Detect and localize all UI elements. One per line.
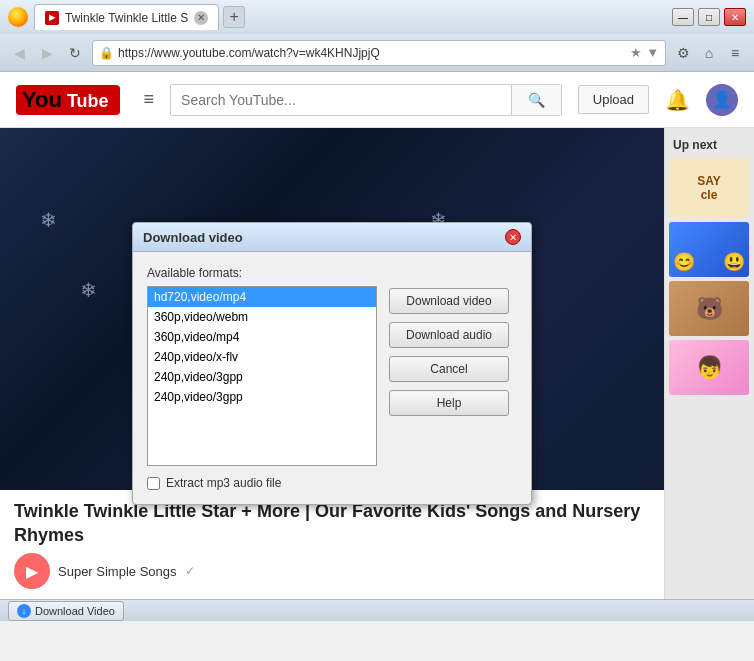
- download-icon: ↓: [17, 604, 31, 618]
- sidebar-thumb-0[interactable]: SAYcle: [669, 158, 749, 218]
- format-item-0[interactable]: hd720,video/mp4: [148, 287, 376, 307]
- address-bar-input[interactable]: 🔒 https://www.youtube.com/watch?v=wk4KHN…: [92, 40, 666, 66]
- new-tab-button[interactable]: +: [223, 6, 245, 28]
- youtube-search-input[interactable]: [171, 85, 511, 115]
- browser-icon: [8, 7, 28, 27]
- bottom-bar: ↓ Download Video: [0, 599, 754, 621]
- sidebar-thumb-3[interactable]: 👦: [669, 340, 749, 395]
- dialog-body: Available formats: hd720,video/mp4 360p,…: [133, 252, 531, 504]
- format-item-3[interactable]: 240p,video/x-flv: [148, 347, 376, 367]
- download-video-button[interactable]: Download video: [389, 288, 509, 314]
- extract-mp3-label: Extract mp3 audio file: [166, 476, 281, 490]
- toolbar-right: ⚙ ⌂ ≡: [672, 42, 746, 64]
- video-area: ❄ ❄ ❄ ❄ ❄ ❄ ❄ SuperSimpleLearning Downlo…: [0, 128, 664, 599]
- youtube-search-button[interactable]: 🔍: [511, 85, 561, 115]
- youtube-upload-button[interactable]: Upload: [578, 85, 649, 114]
- main-content: ❄ ❄ ❄ ❄ ❄ ❄ ❄ SuperSimpleLearning Downlo…: [0, 128, 754, 599]
- dialog-title-text: Download video: [143, 230, 243, 245]
- formats-label: Available formats:: [147, 266, 517, 280]
- tab-favicon: ▶: [45, 11, 59, 25]
- formats-list[interactable]: hd720,video/mp4 360p,video/webm 360p,vid…: [147, 286, 377, 466]
- ssl-lock-icon: 🔒: [99, 46, 114, 60]
- forward-button[interactable]: ▶: [36, 42, 58, 64]
- maximize-button[interactable]: □: [698, 8, 720, 26]
- refresh-button[interactable]: ↻: [64, 42, 86, 64]
- address-bar-icons: ★ ▼: [630, 45, 659, 60]
- browser-tab[interactable]: ▶ Twinkle Twinkle Little S ✕: [34, 4, 219, 30]
- tab-bar: ▶ Twinkle Twinkle Little S ✕ +: [34, 4, 666, 30]
- help-button[interactable]: Help: [389, 390, 509, 416]
- youtube-bell-icon[interactable]: 🔔: [665, 88, 690, 112]
- dialog-buttons: Download video Download audio Cancel Hel…: [389, 286, 509, 466]
- dialog-overlay: Download video ✕ Available formats: hd72…: [0, 128, 664, 599]
- title-bar: ▶ Twinkle Twinkle Little S ✕ + — □ ✕: [0, 0, 754, 34]
- address-bar: ◀ ▶ ↻ 🔒 https://www.youtube.com/watch?v=…: [0, 34, 754, 72]
- download-audio-button[interactable]: Download audio: [389, 322, 509, 348]
- download-video-status-button[interactable]: ↓ Download Video: [8, 601, 124, 621]
- youtube-search-bar[interactable]: 🔍: [170, 84, 562, 116]
- dialog-close-button[interactable]: ✕: [505, 229, 521, 245]
- url-text: https://www.youtube.com/watch?v=wk4KHNJj…: [118, 46, 626, 60]
- sidebar: Up next SAYcle 😊 😃 🐻 👦: [664, 128, 754, 599]
- window-controls: — □ ✕: [672, 8, 746, 26]
- dialog-row: hd720,video/mp4 360p,video/webm 360p,vid…: [147, 286, 517, 466]
- home-icon[interactable]: ⌂: [698, 42, 720, 64]
- extensions-icon[interactable]: ⚙: [672, 42, 694, 64]
- format-item-1[interactable]: 360p,video/webm: [148, 307, 376, 327]
- youtube-logo-tube: YouTube: [16, 85, 120, 115]
- extract-mp3-row: Extract mp3 audio file: [147, 476, 517, 490]
- cancel-button[interactable]: Cancel: [389, 356, 509, 382]
- tab-close-button[interactable]: ✕: [194, 11, 208, 25]
- close-button[interactable]: ✕: [724, 8, 746, 26]
- address-menu-icon[interactable]: ▼: [646, 45, 659, 60]
- bookmark-icon[interactable]: ★: [630, 45, 642, 60]
- sidebar-thumb-2[interactable]: 🐻: [669, 281, 749, 336]
- youtube-menu-icon[interactable]: ≡: [144, 89, 155, 110]
- dialog-title-bar: Download video ✕: [133, 223, 531, 252]
- download-dialog: Download video ✕ Available formats: hd72…: [132, 222, 532, 505]
- browser-menu-icon[interactable]: ≡: [724, 42, 746, 64]
- tab-title: Twinkle Twinkle Little S: [65, 11, 188, 25]
- download-video-label: Download Video: [35, 605, 115, 617]
- up-next-label: Up next: [669, 136, 750, 154]
- minimize-button[interactable]: —: [672, 8, 694, 26]
- extract-mp3-checkbox[interactable]: [147, 477, 160, 490]
- sidebar-thumb-1[interactable]: 😊 😃: [669, 222, 749, 277]
- youtube-header: YouTube ≡ 🔍 Upload 🔔 👤: [0, 72, 754, 128]
- back-button[interactable]: ◀: [8, 42, 30, 64]
- format-item-5[interactable]: 240p,video/3gpp: [148, 387, 376, 407]
- youtube-logo[interactable]: YouTube: [16, 85, 120, 115]
- youtube-avatar[interactable]: 👤: [706, 84, 738, 116]
- format-item-2[interactable]: 360p,video/mp4: [148, 327, 376, 347]
- format-item-4[interactable]: 240p,video/3gpp: [148, 367, 376, 387]
